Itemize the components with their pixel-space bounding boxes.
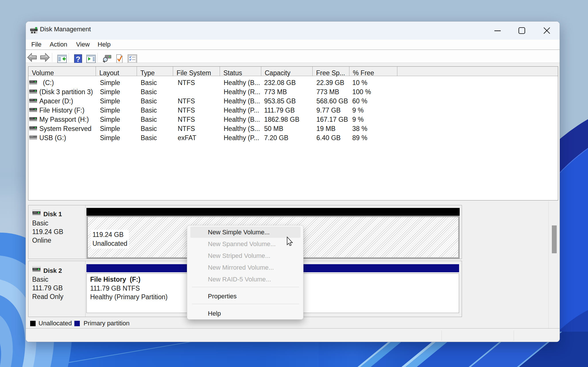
svg-text:?: ? — [76, 55, 80, 63]
